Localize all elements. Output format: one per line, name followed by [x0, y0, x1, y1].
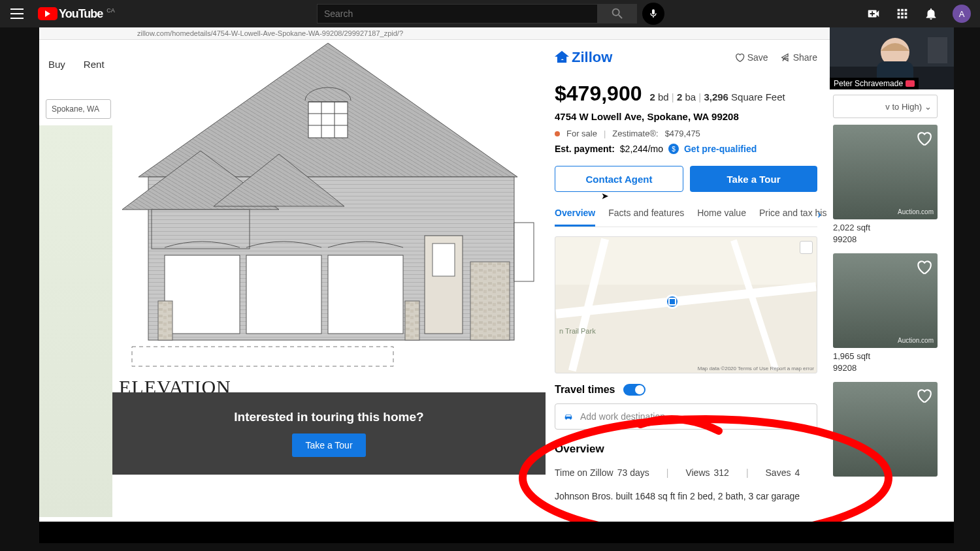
yt-logo-text: YouTube [59, 7, 103, 21]
tab-price-history[interactable]: Price and tax hist [759, 208, 826, 227]
sort-select[interactable]: v to High) ⌄ [833, 95, 938, 118]
results-thumb-column: Saved Homes v to High) ⌄ Auction.com 2,0… [833, 40, 938, 477]
create-icon[interactable] [866, 7, 881, 21]
search-icon [610, 7, 625, 21]
tour-banner-button[interactable]: Take a Tour [292, 433, 365, 457]
svg-rect-16 [158, 301, 172, 340]
tab-facts[interactable]: Facts and features [608, 208, 684, 227]
take-tour-button[interactable]: Take a Tour [690, 166, 817, 192]
tab-home-value[interactable]: Home value [697, 208, 746, 227]
mic-icon [648, 7, 659, 21]
nav-rent[interactable]: Rent [84, 59, 105, 70]
svg-rect-20 [433, 244, 455, 276]
car-icon [563, 411, 574, 422]
svg-rect-22 [132, 347, 393, 366]
yt-logo[interactable]: YouTube CA [38, 7, 115, 21]
overview-description: Johnson Bros. built 1648 sq ft fin 2 bed… [555, 491, 817, 501]
minimap-label: n Trail Park [559, 327, 596, 335]
result-card[interactable] [833, 382, 938, 477]
status-dot-icon [555, 131, 560, 136]
avatar-initial: A [959, 9, 965, 19]
heart-icon [734, 52, 745, 63]
map-pin-icon [665, 294, 679, 309]
yt-hamburger-icon[interactable] [9, 6, 25, 22]
nav-buy[interactable]: Buy [48, 59, 65, 70]
svg-rect-17 [405, 301, 419, 340]
speaker-brand-tag [906, 80, 915, 87]
destination-placeholder: Add work destination [580, 411, 665, 422]
save-button[interactable]: Save [734, 52, 768, 63]
yt-play-icon [38, 7, 57, 20]
svg-rect-14 [246, 255, 321, 334]
listing-main-image[interactable]: ELEVATION [112, 40, 546, 392]
svg-rect-10 [152, 210, 250, 249]
share-icon [780, 52, 791, 63]
share-button[interactable]: Share [780, 52, 817, 63]
yt-voice-search[interactable] [642, 3, 664, 25]
travel-times-toggle[interactable] [623, 384, 645, 396]
video-content-frame: zillow.com/homedetails/4754-W-Lowell-Ave… [39, 27, 954, 522]
detail-tabs: Overview Facts and features Home value P… [555, 208, 817, 227]
svg-rect-28 [928, 37, 947, 63]
card-source-tag: Auction.com [898, 337, 934, 344]
yt-search-input[interactable] [317, 4, 598, 24]
zillow-search-map[interactable] [39, 125, 112, 517]
zillow-logo[interactable]: Zillow [555, 49, 612, 66]
yt-avatar[interactable]: A [953, 5, 971, 23]
contact-agent-button[interactable]: Contact Agent [555, 166, 683, 192]
listing-status-row: For sale | Zestimate®: $479,475 [555, 129, 817, 138]
add-destination-input[interactable]: Add work destination [555, 403, 817, 430]
tour-banner-heading: Interested in touring this home? [234, 410, 423, 424]
url-text: zillow.com/homedetails/4754-W-Lowell-Ave… [137, 29, 403, 37]
card-meta: 1,965 sqft99208 [833, 351, 870, 374]
svg-rect-18 [470, 262, 510, 340]
yt-country-code: CA [106, 7, 115, 14]
listing-bed-bath: 2 bd | 2 ba | 3,296 Square Feet [649, 91, 785, 102]
zillow-logo-icon [555, 50, 569, 65]
video-player-stage: zillow.com/homedetails/4754-W-Lowell-Ave… [39, 27, 954, 543]
result-card[interactable]: Auction.com 1,965 sqft99208 [833, 253, 938, 348]
listing-price: $479,900 [555, 82, 642, 106]
card-source-tag: Auction.com [898, 208, 934, 215]
svg-rect-13 [165, 255, 240, 334]
favorite-icon[interactable] [915, 387, 932, 404]
card-meta: 2,022 sqft99208 [833, 222, 870, 245]
zillow-logo-text: Zillow [572, 49, 612, 66]
tab-overview[interactable]: Overview [555, 208, 595, 227]
travel-times-label: Travel times [555, 384, 615, 396]
favorite-icon[interactable] [915, 259, 932, 276]
favorite-icon[interactable] [915, 130, 932, 147]
prequalify-link[interactable]: Get pre-qualified [684, 144, 757, 154]
tour-banner: Interested in touring this home? Take a … [112, 392, 546, 475]
svg-rect-21 [514, 223, 534, 281]
tabs-scroll-right[interactable]: › [817, 208, 821, 221]
dollar-badge-icon: $ [668, 144, 679, 154]
overview-stats: Time on Zillow73 days | Views312 | Saves… [555, 467, 817, 478]
zillow-top-nav: Buy Rent [39, 40, 118, 89]
listing-mini-map[interactable]: n Trail Park Map data ©2020 Terms of Use… [555, 236, 817, 373]
svg-rect-12 [308, 102, 348, 138]
overview-heading: Overview [555, 443, 817, 456]
map-attribution: Map data ©2020 Terms of Use Report a map… [698, 366, 814, 371]
result-card[interactable]: Auction.com 2,022 sqft99208 [833, 125, 938, 219]
apps-icon[interactable] [895, 7, 909, 21]
house-elevation-sketch [112, 40, 544, 392]
listing-address: 4754 W Lowell Ave, Spokane, WA 99208 [555, 111, 817, 122]
speaker-webcam-overlay: Peter Schravemade [830, 27, 954, 89]
elevation-caption: ELEVATION [119, 376, 231, 392]
listing-image-panel: ELEVATION Interested in touring this hom… [112, 40, 546, 487]
zestimate-label: Zestimate®: [612, 129, 658, 138]
listing-status: For sale [566, 129, 597, 138]
location-value: Spokane, WA [52, 104, 99, 114]
browser-url-bar: zillow.com/homedetails/4754-W-Lowell-Ave… [39, 27, 954, 40]
chevron-down-icon: ⌄ [924, 102, 932, 112]
zillow-location-input[interactable]: Spokane, WA [46, 99, 111, 119]
map-expand-icon[interactable] [800, 241, 813, 254]
yt-search-button[interactable] [598, 4, 637, 24]
est-payment-label: Est. payment: [555, 144, 615, 154]
bell-icon[interactable] [924, 7, 938, 21]
zestimate-value: $479,475 [665, 129, 700, 138]
speaker-name-tag: Peter Schravemade [830, 78, 919, 89]
listing-detail-panel: Zillow Save Share $479,900 2 bd | 2 ba |… [546, 40, 826, 522]
est-payment-value: $2,244/mo [620, 144, 663, 154]
